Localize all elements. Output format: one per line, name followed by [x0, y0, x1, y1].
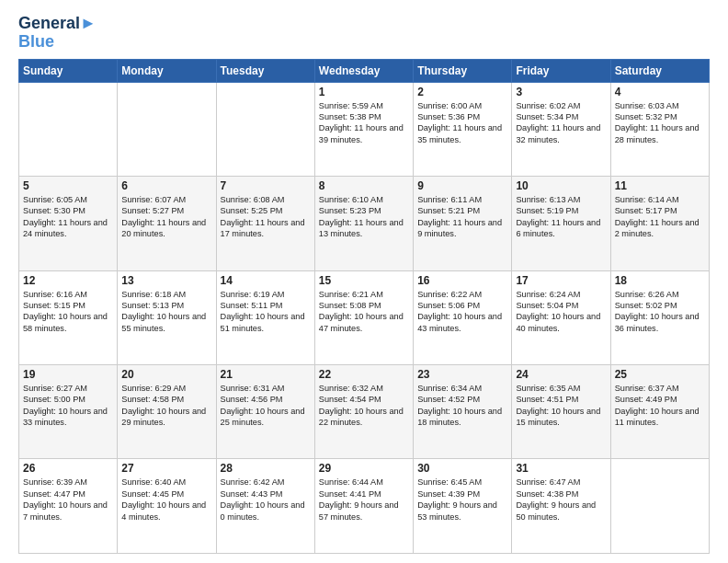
calendar-week-row: 1Sunrise: 5:59 AM Sunset: 5:38 PM Daylig… [19, 82, 710, 176]
cell-info: Sunrise: 6:07 AM Sunset: 5:27 PM Dayligh… [121, 194, 211, 240]
calendar-header-sunday: Sunday [19, 59, 118, 82]
day-number: 17 [516, 274, 606, 287]
header: General► Blue [18, 15, 710, 52]
calendar-cell: 19Sunrise: 6:27 AM Sunset: 5:00 PM Dayli… [19, 365, 118, 459]
day-number: 12 [23, 274, 113, 287]
day-number: 31 [516, 462, 606, 475]
calendar-week-row: 5Sunrise: 6:05 AM Sunset: 5:30 PM Daylig… [19, 177, 710, 270]
calendar-cell [118, 82, 216, 176]
day-number: 29 [319, 462, 409, 475]
calendar-cell: 24Sunrise: 6:35 AM Sunset: 4:51 PM Dayli… [512, 365, 610, 459]
cell-info: Sunrise: 6:37 AM Sunset: 4:49 PM Dayligh… [615, 383, 705, 429]
day-number: 7 [221, 179, 311, 192]
cell-info: Sunrise: 6:24 AM Sunset: 5:04 PM Dayligh… [516, 289, 606, 335]
day-number: 28 [221, 462, 311, 475]
cell-info: Sunrise: 6:29 AM Sunset: 4:58 PM Dayligh… [121, 383, 211, 429]
calendar-cell: 29Sunrise: 6:44 AM Sunset: 4:41 PM Dayli… [314, 459, 413, 554]
calendar-header-wednesday: Wednesday [314, 59, 413, 82]
calendar-cell: 12Sunrise: 6:16 AM Sunset: 5:15 PM Dayli… [19, 270, 118, 364]
page: General► Blue SundayMondayTuesdayWednesd… [0, 0, 728, 563]
logo: General► Blue [18, 15, 97, 52]
day-number: 8 [319, 179, 409, 192]
calendar-cell: 23Sunrise: 6:34 AM Sunset: 4:52 PM Dayli… [414, 365, 512, 459]
day-number: 25 [615, 368, 705, 381]
calendar-cell: 11Sunrise: 6:14 AM Sunset: 5:17 PM Dayli… [610, 177, 709, 270]
cell-info: Sunrise: 6:10 AM Sunset: 5:23 PM Dayligh… [319, 194, 409, 240]
calendar-cell [216, 82, 314, 176]
day-number: 14 [221, 274, 311, 287]
day-number: 30 [417, 462, 507, 475]
cell-info: Sunrise: 6:27 AM Sunset: 5:00 PM Dayligh… [23, 383, 113, 429]
calendar-cell: 17Sunrise: 6:24 AM Sunset: 5:04 PM Dayli… [512, 270, 610, 364]
calendar-cell: 13Sunrise: 6:18 AM Sunset: 5:13 PM Dayli… [118, 270, 216, 364]
calendar-cell: 28Sunrise: 6:42 AM Sunset: 4:43 PM Dayli… [216, 459, 314, 554]
calendar-cell: 2Sunrise: 6:00 AM Sunset: 5:36 PM Daylig… [414, 82, 512, 176]
cell-info: Sunrise: 6:00 AM Sunset: 5:36 PM Dayligh… [417, 100, 507, 146]
day-number: 11 [615, 179, 705, 192]
calendar-cell: 30Sunrise: 6:45 AM Sunset: 4:39 PM Dayli… [414, 459, 512, 554]
calendar-cell: 14Sunrise: 6:19 AM Sunset: 5:11 PM Dayli… [216, 270, 314, 364]
cell-info: Sunrise: 6:21 AM Sunset: 5:08 PM Dayligh… [319, 289, 409, 335]
calendar-cell: 16Sunrise: 6:22 AM Sunset: 5:06 PM Dayli… [414, 270, 512, 364]
day-number: 5 [23, 179, 113, 192]
calendar-cell: 4Sunrise: 6:03 AM Sunset: 5:32 PM Daylig… [610, 82, 709, 176]
day-number: 2 [417, 86, 507, 98]
day-number: 15 [319, 274, 409, 287]
cell-info: Sunrise: 6:08 AM Sunset: 5:25 PM Dayligh… [221, 194, 311, 240]
cell-info: Sunrise: 6:40 AM Sunset: 4:45 PM Dayligh… [121, 477, 211, 523]
day-number: 21 [221, 368, 311, 381]
calendar-cell: 7Sunrise: 6:08 AM Sunset: 5:25 PM Daylig… [216, 177, 314, 270]
cell-info: Sunrise: 6:26 AM Sunset: 5:02 PM Dayligh… [615, 289, 705, 335]
calendar-cell: 3Sunrise: 6:02 AM Sunset: 5:34 PM Daylig… [512, 82, 610, 176]
calendar-cell: 25Sunrise: 6:37 AM Sunset: 4:49 PM Dayli… [610, 365, 709, 459]
cell-info: Sunrise: 6:31 AM Sunset: 4:56 PM Dayligh… [221, 383, 311, 429]
cell-info: Sunrise: 6:45 AM Sunset: 4:39 PM Dayligh… [417, 477, 507, 523]
day-number: 27 [121, 462, 211, 475]
cell-info: Sunrise: 5:59 AM Sunset: 5:38 PM Dayligh… [319, 100, 409, 146]
cell-info: Sunrise: 6:13 AM Sunset: 5:19 PM Dayligh… [516, 194, 606, 240]
calendar-cell: 9Sunrise: 6:11 AM Sunset: 5:21 PM Daylig… [414, 177, 512, 270]
day-number: 10 [516, 179, 606, 192]
cell-info: Sunrise: 6:44 AM Sunset: 4:41 PM Dayligh… [319, 477, 409, 523]
day-number: 13 [121, 274, 211, 287]
cell-info: Sunrise: 6:19 AM Sunset: 5:11 PM Dayligh… [221, 289, 311, 335]
calendar-cell: 5Sunrise: 6:05 AM Sunset: 5:30 PM Daylig… [19, 177, 118, 270]
cell-info: Sunrise: 6:35 AM Sunset: 4:51 PM Dayligh… [516, 383, 606, 429]
calendar-cell: 8Sunrise: 6:10 AM Sunset: 5:23 PM Daylig… [314, 177, 413, 270]
calendar-cell: 18Sunrise: 6:26 AM Sunset: 5:02 PM Dayli… [610, 270, 709, 364]
calendar-header-thursday: Thursday [414, 59, 512, 82]
day-number: 20 [121, 368, 211, 381]
calendar-cell [19, 82, 118, 176]
calendar-header-tuesday: Tuesday [216, 59, 314, 82]
cell-info: Sunrise: 6:16 AM Sunset: 5:15 PM Dayligh… [23, 289, 113, 335]
day-number: 19 [23, 368, 113, 381]
calendar-header-row: SundayMondayTuesdayWednesdayThursdayFrid… [19, 59, 710, 82]
calendar-cell: 15Sunrise: 6:21 AM Sunset: 5:08 PM Dayli… [314, 270, 413, 364]
calendar-cell: 1Sunrise: 5:59 AM Sunset: 5:38 PM Daylig… [314, 82, 413, 176]
calendar-cell: 6Sunrise: 6:07 AM Sunset: 5:27 PM Daylig… [118, 177, 216, 270]
calendar-cell: 10Sunrise: 6:13 AM Sunset: 5:19 PM Dayli… [512, 177, 610, 270]
calendar-cell: 22Sunrise: 6:32 AM Sunset: 4:54 PM Dayli… [314, 365, 413, 459]
calendar-cell: 27Sunrise: 6:40 AM Sunset: 4:45 PM Dayli… [118, 459, 216, 554]
cell-info: Sunrise: 6:14 AM Sunset: 5:17 PM Dayligh… [615, 194, 705, 240]
calendar-header-saturday: Saturday [610, 59, 709, 82]
logo-text: General► [18, 15, 97, 33]
calendar-cell: 20Sunrise: 6:29 AM Sunset: 4:58 PM Dayli… [118, 365, 216, 459]
cell-info: Sunrise: 6:34 AM Sunset: 4:52 PM Dayligh… [417, 383, 507, 429]
day-number: 16 [417, 274, 507, 287]
cell-info: Sunrise: 6:22 AM Sunset: 5:06 PM Dayligh… [417, 289, 507, 335]
calendar-week-row: 12Sunrise: 6:16 AM Sunset: 5:15 PM Dayli… [19, 270, 710, 364]
cell-info: Sunrise: 6:32 AM Sunset: 4:54 PM Dayligh… [319, 383, 409, 429]
logo-text2: Blue [18, 33, 97, 52]
day-number: 24 [516, 368, 606, 381]
cell-info: Sunrise: 6:18 AM Sunset: 5:13 PM Dayligh… [121, 289, 211, 335]
cell-info: Sunrise: 6:02 AM Sunset: 5:34 PM Dayligh… [516, 100, 606, 146]
cell-info: Sunrise: 6:47 AM Sunset: 4:38 PM Dayligh… [516, 477, 606, 523]
day-number: 23 [417, 368, 507, 381]
cell-info: Sunrise: 6:05 AM Sunset: 5:30 PM Dayligh… [23, 194, 113, 240]
cell-info: Sunrise: 6:39 AM Sunset: 4:47 PM Dayligh… [23, 477, 113, 523]
calendar-week-row: 26Sunrise: 6:39 AM Sunset: 4:47 PM Dayli… [19, 459, 710, 554]
day-number: 18 [615, 274, 705, 287]
day-number: 3 [516, 86, 606, 98]
calendar-cell [610, 459, 709, 554]
